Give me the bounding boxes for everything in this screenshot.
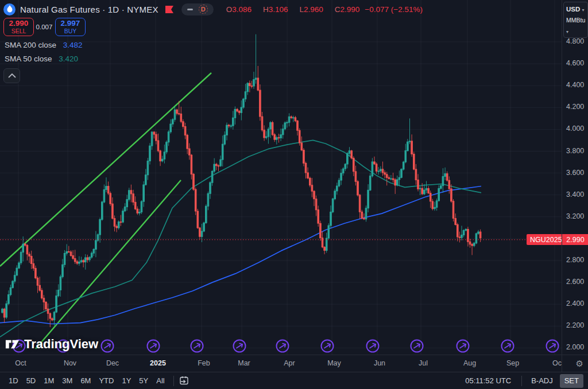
sma50-name: SMA 50 close <box>5 55 52 63</box>
price-tick: 2.400 <box>566 299 584 308</box>
price-tick: 4.400 <box>566 81 584 89</box>
interval-badge[interactable]: D <box>199 5 208 14</box>
interval-toggle[interactable]: D <box>181 3 214 15</box>
month-label-Aug: Aug <box>463 359 476 367</box>
month-label-Oct: Oct <box>15 359 26 367</box>
month-label-Sep: Sep <box>506 359 519 367</box>
change-value: −0.077 (−2.51%) <box>365 5 423 14</box>
range-button-6M[interactable]: 6M <box>76 375 95 387</box>
contract-rollover-icon[interactable] <box>102 340 114 352</box>
month-label-Jul: Jul <box>419 359 428 367</box>
up-candles <box>2 34 479 326</box>
price-tick: 2.000 <box>566 343 584 351</box>
time-axis[interactable]: OctNovDec2025FebMarAprMayJunJulAugSepOc <box>0 355 562 372</box>
range-button-5D[interactable]: 5D <box>22 375 40 387</box>
currency-label: USD <box>566 6 580 13</box>
chevron-down-icon: ▾ <box>566 29 568 34</box>
ohlc-item: O3.086 <box>226 5 252 14</box>
contract-rollover-icon[interactable] <box>367 340 379 352</box>
range-button-1M[interactable]: 1M <box>40 375 58 387</box>
settings-button[interactable]: SET <box>560 374 583 388</box>
contract-rollover-icon[interactable] <box>234 340 246 352</box>
trendline-upper-channel[interactable] <box>0 73 211 266</box>
month-label-May: May <box>327 359 341 367</box>
gear-icon: ⚙ <box>576 359 583 369</box>
unit-label: MMBtu <box>566 17 585 24</box>
bottom-toolbar: 1D5D1M3M6MYTD1Y5YAll 05:11:52 UTC B-ADJ … <box>0 372 588 389</box>
go-to-date-button[interactable] <box>179 375 189 386</box>
price-tick: 3.400 <box>566 190 584 199</box>
range-button-All[interactable]: All <box>152 375 168 387</box>
legend-sma200[interactable]: SMA 200 close 3.482 <box>5 41 83 49</box>
price-tick: 3.800 <box>566 147 584 155</box>
contract-rollover-icon[interactable] <box>148 340 160 352</box>
collapse-panel-button[interactable] <box>3 68 20 83</box>
buy-label: BUY <box>64 28 77 34</box>
ohlc-item: H3.106 <box>263 5 288 14</box>
toolbar-divider <box>521 376 522 386</box>
price-tick: 2.800 <box>566 256 584 264</box>
tradingview-logo-text: TradingView <box>24 337 98 352</box>
contract-symbol: NGU2025 <box>530 236 562 244</box>
price-tick: 2.600 <box>566 278 584 286</box>
candlestick-chart[interactable] <box>0 0 562 355</box>
buy-button[interactable]: 2.997 BUY <box>55 18 86 36</box>
sma200-line[interactable] <box>0 186 481 324</box>
contract-rollover-icon[interactable] <box>547 340 559 352</box>
month-label-2025: 2025 <box>150 359 166 367</box>
axis-unit-selector[interactable]: USD ▾ MMBtu ▾ <box>563 2 588 38</box>
adjustment-mode-button[interactable]: B-ADJ <box>527 375 558 387</box>
range-button-5Y[interactable]: 5Y <box>135 375 152 387</box>
price-tick: 4.200 <box>566 103 584 111</box>
symbol-header: Natural Gas Futures · 1D · NYMEX D O3.08… <box>3 3 423 15</box>
price-tick: 4.600 <box>566 59 584 67</box>
contract-rollover-icon[interactable] <box>277 340 289 352</box>
sma200-name: SMA 200 close <box>5 41 56 49</box>
last-price-tag: 2.990 <box>562 234 588 245</box>
contract-rollover-icon[interactable] <box>191 340 203 352</box>
contract-rollover-icon[interactable] <box>322 340 334 352</box>
contract-rollover-icon[interactable] <box>502 340 514 352</box>
toolbar-divider <box>173 376 174 386</box>
range-button-3M[interactable]: 3M <box>58 375 76 387</box>
contract-rollover-icon[interactable] <box>457 340 469 352</box>
price-tick: 2.200 <box>566 321 584 329</box>
session-clock[interactable]: 05:11:52 UTC <box>465 376 511 385</box>
price-tick: 4.800 <box>566 37 584 45</box>
ohlc-item: L2.960 <box>300 5 323 14</box>
flag-icon[interactable] <box>165 6 173 13</box>
price-axis[interactable]: USD ▾ MMBtu ▾ 4.8004.6004.4004.2004.0003… <box>562 0 588 372</box>
contract-rollover-icon[interactable] <box>411 340 423 352</box>
tradingview-logo[interactable]: TradingView <box>5 336 98 352</box>
range-button-1D[interactable]: 1D <box>5 375 22 387</box>
buy-price: 2.997 <box>61 20 80 28</box>
month-label-Apr: Apr <box>284 359 295 367</box>
legend-sma50[interactable]: SMA 50 close 3.420 <box>5 55 78 63</box>
symbol-title[interactable]: Natural Gas Futures · 1D · NYMEX <box>20 5 158 14</box>
calendar-arrow-icon <box>179 375 189 386</box>
tradingview-logo-icon <box>5 336 20 352</box>
month-label-Nov: Nov <box>64 359 76 367</box>
price-tick: 3.200 <box>566 212 584 220</box>
month-label-Oc: Oc <box>552 359 562 367</box>
minimize-icon <box>187 9 193 10</box>
sell-price: 2.990 <box>9 20 29 28</box>
tradingview-chart-window: TradingView Natural Gas Futures · 1D · N… <box>0 0 588 389</box>
price-tick: 4.000 <box>566 125 584 133</box>
natural-gas-flame-icon[interactable] <box>3 3 16 15</box>
ohlc-readout: O3.086H3.106L2.960C2.990 −0.077 (−2.51%) <box>226 5 423 14</box>
spread-value: 0.007 <box>33 24 56 30</box>
month-label-Feb: Feb <box>198 359 210 367</box>
sma50-value: 3.420 <box>59 55 78 63</box>
chevron-up-icon <box>8 73 16 78</box>
range-button-1Y[interactable]: 1Y <box>118 375 135 387</box>
last-price-value: 2.990 <box>566 236 584 244</box>
month-label-Dec: Dec <box>106 359 119 367</box>
chevron-down-icon: ▾ <box>582 7 584 13</box>
month-label-Mar: Mar <box>238 359 250 367</box>
sell-button[interactable]: 2.990 SELL <box>3 18 34 36</box>
ohlc-item: C2.990 <box>335 5 360 14</box>
contract-price-label: NGU2025 <box>527 234 566 245</box>
axis-settings-button[interactable]: ⚙ <box>562 355 588 372</box>
range-button-YTD[interactable]: YTD <box>95 375 118 387</box>
